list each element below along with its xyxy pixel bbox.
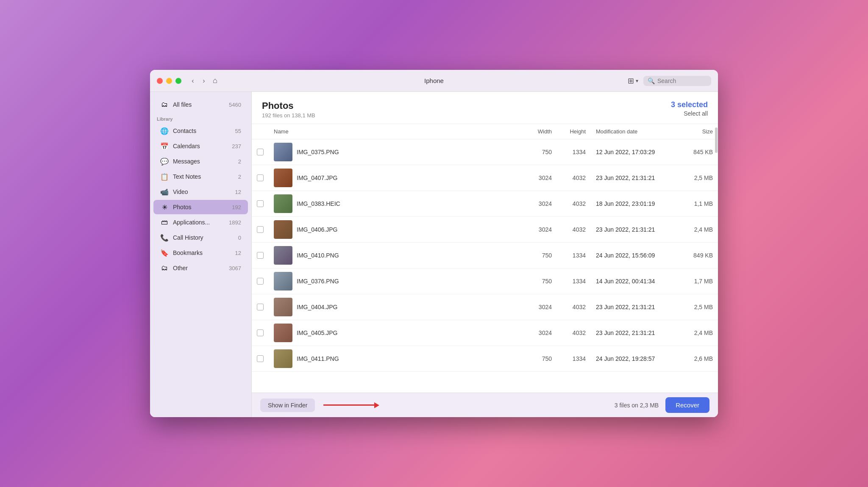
minimize-button[interactable] [166, 78, 172, 84]
row-size-4: 849 KB [676, 243, 718, 268]
sidebar-item-contacts[interactable]: 🌐 Contacts 55 [153, 124, 248, 138]
file-thumbnail-8 [274, 349, 292, 368]
table-header-row: Name Width Height Modification date Size [252, 124, 718, 139]
row-checkbox-3[interactable] [252, 217, 269, 243]
scrollbar-track[interactable] [715, 124, 718, 393]
sidebar-count-video: 12 [235, 189, 241, 195]
back-button[interactable]: ‹ [188, 76, 198, 86]
row-checkbox-5[interactable] [252, 268, 269, 294]
titlebar: ‹ › ⌂ Iphone ⊞ ▾ 🔍 [150, 70, 718, 92]
calendars-icon: 📅 [160, 142, 169, 150]
col-header-check [252, 124, 269, 139]
search-input[interactable] [657, 77, 704, 84]
file-name-2: IMG_0383.HEIC [297, 200, 340, 207]
file-thumbnail-6 [274, 298, 292, 316]
scrollbar-thumb[interactable] [715, 127, 718, 153]
thumb-inner-8 [274, 349, 292, 368]
selected-count: 3 selected [671, 100, 708, 109]
row-checkbox-8[interactable] [252, 346, 269, 372]
col-header-height[interactable]: Height [557, 124, 591, 139]
row-checkbox-2[interactable] [252, 191, 269, 217]
sidebar-item-call-history[interactable]: 📞 Call History 0 [153, 230, 248, 245]
thumb-inner-5 [274, 272, 292, 291]
sidebar-label-other: Other [173, 265, 225, 271]
row-name-7: IMG_0405.JPG [269, 320, 523, 346]
maximize-button[interactable] [175, 78, 181, 84]
table-row: IMG_0404.JPG 3024 4032 23 Jun 2022, 21:3… [252, 294, 718, 320]
row-height-6: 4032 [557, 294, 591, 320]
row-height-3: 4032 [557, 217, 591, 243]
sidebar-label-text-notes: Text Notes [173, 173, 234, 180]
search-bar[interactable]: 🔍 [643, 76, 711, 86]
close-button[interactable] [157, 78, 163, 84]
row-width-7: 3024 [523, 320, 557, 346]
sidebar-count-other: 3067 [229, 265, 241, 271]
app-window: ‹ › ⌂ Iphone ⊞ ▾ 🔍 🗂 All files 5460 [150, 70, 718, 417]
sidebar-item-other[interactable]: 🗂 Other 3067 [153, 261, 248, 275]
sidebar-item-all-files[interactable]: 🗂 All files 5460 [153, 97, 248, 112]
thumb-inner-7 [274, 324, 292, 342]
checkbox-0[interactable] [257, 149, 264, 155]
checkbox-7[interactable] [257, 329, 264, 336]
file-thumbnail-3 [274, 220, 292, 239]
main-header-right: 3 selected Select all [671, 100, 708, 117]
col-header-width[interactable]: Width [523, 124, 557, 139]
call-history-icon: 📞 [160, 233, 169, 242]
sidebar-item-messages[interactable]: 💬 Messages 2 [153, 154, 248, 169]
row-name-3: IMG_0406.JPG [269, 217, 523, 243]
arrow-head [374, 402, 379, 408]
row-width-4: 750 [523, 243, 557, 268]
row-date-7: 23 Jun 2022, 21:31:21 [591, 320, 676, 346]
checkbox-8[interactable] [257, 355, 264, 362]
forward-button[interactable]: › [199, 76, 209, 86]
sidebar-item-video[interactable]: 📹 Video 12 [153, 185, 248, 199]
thumb-inner-1 [274, 169, 292, 187]
row-height-8: 1334 [557, 346, 591, 372]
arrow-indicator [323, 402, 379, 408]
checkbox-2[interactable] [257, 200, 264, 207]
checkbox-4[interactable] [257, 252, 264, 259]
row-date-8: 24 Jun 2022, 19:28:57 [591, 346, 676, 372]
checkbox-3[interactable] [257, 226, 264, 233]
page-title: Photos [262, 100, 315, 111]
row-checkbox-0[interactable] [252, 139, 269, 165]
sidebar-count-call-history: 0 [238, 235, 241, 241]
row-checkbox-4[interactable] [252, 243, 269, 268]
row-height-7: 4032 [557, 320, 591, 346]
checkbox-1[interactable] [257, 174, 264, 181]
sidebar-item-applications[interactable]: 🗃 Applications... 1892 [153, 215, 248, 230]
bottom-bar: Show in Finder 3 files on 2,3 MB Recover [252, 393, 718, 417]
thumb-inner-2 [274, 194, 292, 213]
col-header-name[interactable]: Name [269, 124, 523, 139]
table-row: IMG_0383.HEIC 3024 4032 18 Jun 2022, 23:… [252, 191, 718, 217]
sidebar-item-calendars[interactable]: 📅 Calendars 237 [153, 139, 248, 153]
select-all-button[interactable]: Select all [671, 110, 708, 117]
view-toggle[interactable]: ⊞ ▾ [628, 76, 638, 86]
col-header-date[interactable]: Modification date [591, 124, 676, 139]
table-row: IMG_0405.JPG 3024 4032 23 Jun 2022, 21:3… [252, 320, 718, 346]
bookmarks-icon: 🔖 [160, 249, 169, 257]
photos-icon: ✳ [160, 203, 169, 211]
table-row: IMG_0376.PNG 750 1334 14 Jun 2022, 00:41… [252, 268, 718, 294]
checkbox-6[interactable] [257, 304, 264, 310]
col-header-size[interactable]: Size [676, 124, 718, 139]
sidebar: 🗂 All files 5460 Library 🌐 Contacts 55 📅… [150, 92, 252, 417]
row-checkbox-1[interactable] [252, 165, 269, 191]
row-checkbox-6[interactable] [252, 294, 269, 320]
file-thumbnail-5 [274, 272, 292, 291]
row-name-5: IMG_0376.PNG [269, 268, 523, 294]
recover-button[interactable]: Recover [665, 397, 709, 413]
file-name-4: IMG_0410.PNG [297, 252, 339, 259]
home-button[interactable]: ⌂ [213, 76, 217, 85]
show-in-finder-button[interactable]: Show in Finder [260, 398, 315, 412]
row-size-2: 1,1 MB [676, 191, 718, 217]
search-icon: 🔍 [648, 77, 655, 84]
checkbox-5[interactable] [257, 278, 264, 285]
row-checkbox-7[interactable] [252, 320, 269, 346]
sidebar-label-contacts: Contacts [173, 127, 231, 134]
arrow-line [323, 404, 374, 406]
sidebar-item-text-notes[interactable]: 📋 Text Notes 2 [153, 169, 248, 184]
table-row: IMG_0410.PNG 750 1334 24 Jun 2022, 15:56… [252, 243, 718, 268]
sidebar-item-bookmarks[interactable]: 🔖 Bookmarks 12 [153, 246, 248, 260]
sidebar-item-photos[interactable]: ✳ Photos 192 [153, 200, 248, 214]
